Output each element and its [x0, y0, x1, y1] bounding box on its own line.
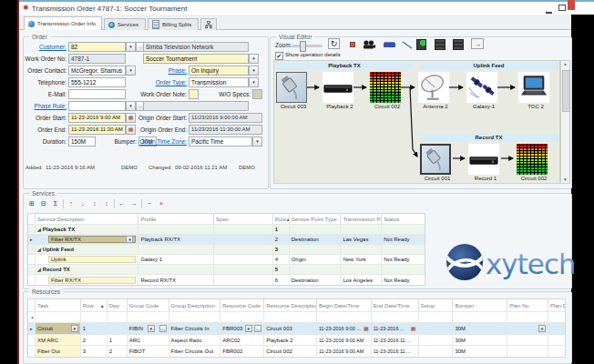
cell-begin[interactable]: 11-23-2016 9:00 ...▦: [317, 323, 372, 334]
cell-plan-desc[interactable]: [548, 335, 565, 345]
cell-row[interactable]: 1: [81, 323, 108, 334]
origin-time-zone-dropdown-button[interactable]: ▾: [252, 136, 262, 147]
col-profile[interactable]: Profile: [138, 214, 214, 224]
cell-tp[interactable]: [341, 265, 382, 274]
col-service-description[interactable]: Service Description: [36, 214, 138, 224]
cell-profile[interactable]: [138, 245, 214, 254]
cell-task[interactable]: XM ARC: [36, 335, 81, 345]
col-group-description[interactable]: Group Description: [169, 299, 221, 311]
cell-begin[interactable]: 11-23-2016 9:00 AM: [317, 335, 372, 345]
group-cell[interactable]: ◢Playback TX: [36, 225, 138, 234]
cell-spec[interactable]: [214, 235, 273, 244]
col-end[interactable]: End Date/Time: [372, 299, 419, 311]
scroll-down-button[interactable]: ▼: [561, 177, 569, 182]
col-transmission-point[interactable]: Transmission Point: [341, 214, 382, 224]
filter-cell[interactable]: [264, 312, 317, 322]
cell-group-code[interactable]: ARC: [128, 335, 169, 345]
sum-button[interactable]: Σ: [51, 199, 60, 208]
phase-rule-label[interactable]: Phase Rule:: [23, 101, 67, 111]
scroll-up-button[interactable]: ▲: [561, 61, 569, 68]
cell-begin[interactable]: 11-23-2016 9:00 AM: [317, 346, 372, 357]
cell-bumper[interactable]: 30M: [453, 346, 507, 357]
node-circuit-002[interactable]: [370, 72, 401, 103]
cell-spec[interactable]: [214, 245, 273, 254]
cell-service-description[interactable]: Fiber RX/TX▾: [36, 235, 138, 244]
node-record-1[interactable]: [468, 144, 499, 175]
cell-group-description[interactable]: Aspect Ratio: [169, 335, 221, 345]
group-expand-icon[interactable]: ◢: [37, 267, 41, 272]
calendar-button[interactable]: ▦: [364, 326, 369, 332]
cell-profile[interactable]: Galaxy 1: [138, 255, 214, 264]
filter-cell[interactable]: [128, 312, 169, 322]
cell-spec[interactable]: [214, 265, 273, 274]
dropdown-button[interactable]: ▾: [148, 325, 155, 332]
cell-plan-desc[interactable]: [548, 346, 565, 357]
filter-cell[interactable]: [108, 312, 128, 322]
switcher-icon[interactable]: [384, 43, 395, 47]
customer-label[interactable]: Customer:: [23, 42, 67, 52]
phase-rule-dropdown-button[interactable]: ▾: [126, 101, 136, 111]
cell-task[interactable]: Circuit▾: [36, 323, 81, 334]
diagram-scrollbar[interactable]: ▲ ▼: [560, 60, 570, 184]
filter-cell[interactable]: [548, 312, 565, 322]
cell-tp[interactable]: [341, 245, 382, 254]
resources-filter-row[interactable]: ▼: [28, 312, 565, 323]
services-row-fiber-rxtx-playback[interactable]: ▸ Fiber RX/TX▾ Playback RX/TX 2 Destinat…: [28, 235, 425, 245]
group-expand-icon[interactable]: ◢: [37, 227, 41, 232]
scrollbar-thumb[interactable]: [562, 70, 570, 112]
cell-dep[interactable]: [108, 323, 128, 334]
cell-status[interactable]: [382, 245, 425, 254]
expand-all-button[interactable]: ⊞: [27, 199, 36, 208]
cell-row[interactable]: 3: [273, 245, 290, 254]
resources-row-fiber-out[interactable]: Fiber Out 3 2 FIBOT Fiber Circuits Out F…: [28, 346, 565, 357]
close-button[interactable]: [568, 0, 575, 10]
wo-specs-box[interactable]: [252, 89, 262, 99]
cell-bumper[interactable]: 30M: [453, 335, 507, 345]
cell-plan-no[interactable]: [507, 346, 548, 357]
cell-profile[interactable]: [138, 225, 214, 234]
col-setup[interactable]: Setup: [419, 299, 454, 311]
phase-dropdown-button[interactable]: ▾: [249, 66, 259, 76]
cell-status[interactable]: Not Ready: [382, 235, 425, 244]
order-type-dropdown-button[interactable]: ▾: [249, 77, 259, 87]
filter-cell[interactable]: [169, 312, 221, 322]
remove-row-button[interactable]: −: [145, 199, 154, 208]
cell-spt[interactable]: [290, 225, 342, 234]
cell-profile[interactable]: Record RX/TX: [138, 275, 214, 285]
node-antenna-2[interactable]: [418, 72, 449, 103]
operation-marker-icon[interactable]: [350, 42, 355, 47]
filter-cell[interactable]: [372, 312, 419, 322]
phase-field[interactable]: On Inquiry: [189, 66, 249, 76]
cell-end[interactable]: 11-23-2016 11:...: [372, 346, 419, 357]
cell-row[interactable]: 6: [273, 275, 290, 285]
col-spec[interactable]: Spec: [214, 214, 273, 224]
customer-field[interactable]: 82: [68, 42, 126, 52]
cell-resource-description[interactable]: Circuit 002: [264, 346, 317, 357]
services-row-uplink[interactable]: Uplink Galaxy 1 4 Origin New York Not Re…: [28, 255, 425, 265]
collapse-all-button[interactable]: ⊟: [39, 199, 48, 208]
cell-dep[interactable]: 1: [108, 335, 128, 345]
cell-resource-code[interactable]: FBR003▾…: [220, 323, 264, 334]
col-plan-desc[interactable]: Plan Desc: [548, 299, 565, 311]
cell-row[interactable]: 3: [81, 346, 108, 357]
camera-icon[interactable]: [363, 40, 375, 49]
lookup-button[interactable]: …: [159, 325, 167, 332]
filter-cell[interactable]: [220, 312, 264, 322]
dropdown-button[interactable]: ▾: [71, 325, 78, 332]
col-row[interactable]: Row▲: [273, 214, 290, 224]
cell-setup[interactable]: [419, 335, 454, 345]
work-order-title-field[interactable]: Soccer Tournament: [143, 54, 249, 64]
cell-plan-no[interactable]: ▾: [507, 323, 548, 334]
cell-row[interactable]: 2: [273, 235, 290, 244]
services-group-row-record-tx[interactable]: ◢Record TX 5: [28, 265, 425, 275]
group-cell[interactable]: ◢Uplink Feed: [36, 245, 138, 254]
zoom-slider-track[interactable]: [292, 45, 323, 47]
indent-left-button[interactable]: ←: [118, 199, 127, 208]
minimize-button[interactable]: [546, 2, 552, 14]
origin-time-zone-field[interactable]: Pacific Time: [189, 136, 252, 147]
cell-resource-code[interactable]: FBR002: [220, 346, 264, 357]
cell-spt[interactable]: [290, 245, 342, 254]
cell-spt[interactable]: Destination: [290, 235, 342, 244]
services-row-fiber-rxtx-record[interactable]: Fiber RX/TX Record RX/TX 6 Destination L…: [28, 275, 425, 285]
col-begin[interactable]: Begin Date/Time: [317, 299, 372, 311]
